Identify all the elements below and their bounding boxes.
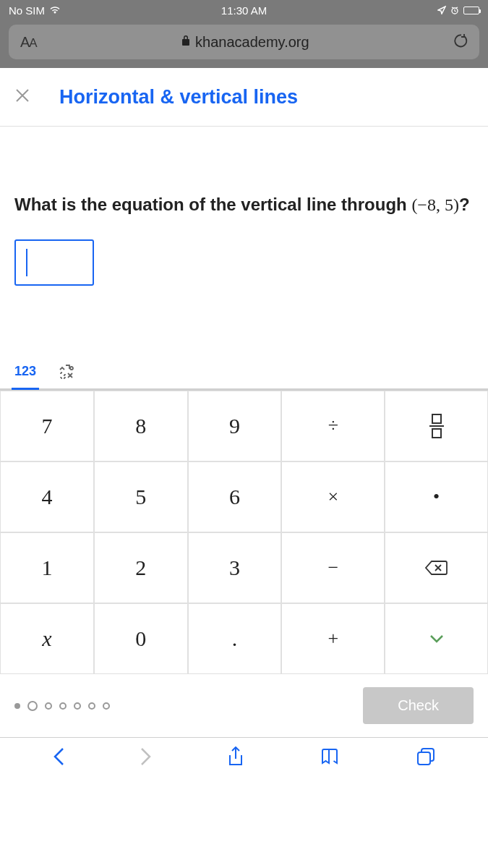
key-6[interactable]: 6	[188, 461, 282, 532]
dot	[27, 701, 38, 711]
lock-icon	[181, 35, 191, 49]
math-point: (−8, 5)	[411, 195, 459, 214]
fraction-icon	[429, 414, 444, 438]
key-decimal[interactable]: .	[188, 603, 282, 674]
backspace-icon	[424, 559, 449, 576]
status-bar: No SIM 11:30 AM	[0, 0, 488, 20]
progress-row: Check	[0, 674, 488, 737]
url-bar-container: AA khanacademy.org	[0, 20, 488, 68]
question-area: What is the equation of the vertical lin…	[0, 127, 488, 315]
question-text: What is the equation of the vertical lin…	[14, 192, 474, 218]
key-minus[interactable]: −	[281, 532, 385, 603]
key-8[interactable]: 8	[94, 391, 188, 461]
text-cursor	[26, 249, 27, 276]
reload-icon[interactable]	[453, 33, 468, 51]
dot	[103, 702, 110, 710]
tab-symbols[interactable]	[55, 358, 81, 390]
dot	[74, 702, 81, 710]
forward-button[interactable]	[140, 747, 152, 771]
key-fraction[interactable]	[385, 391, 488, 461]
url-text: khanacademy.org	[195, 34, 309, 51]
key-multiply[interactable]: ×	[281, 461, 385, 532]
keypad: 7 8 9 ÷ 4 5 6 × • 1 2 3 − x 0 . +	[0, 390, 488, 674]
share-button[interactable]	[228, 746, 244, 772]
tab-numbers[interactable]: 123	[12, 358, 39, 390]
carrier-text: No SIM	[9, 4, 45, 17]
progress-dots	[14, 701, 353, 711]
dot	[88, 702, 95, 710]
key-0[interactable]: 0	[94, 603, 188, 674]
battery-icon	[463, 7, 479, 14]
keyboard-tabs: 123	[0, 358, 488, 390]
alarm-icon	[450, 4, 459, 17]
tabs-button[interactable]	[416, 747, 435, 771]
text-size-button[interactable]: AA	[20, 34, 37, 51]
chevron-down-icon	[429, 634, 444, 643]
close-icon[interactable]	[14, 85, 30, 109]
dot-current	[14, 703, 20, 709]
key-1[interactable]: 1	[0, 532, 94, 603]
wifi-icon	[49, 4, 61, 17]
key-dot-op[interactable]: •	[385, 461, 488, 532]
key-5[interactable]: 5	[94, 461, 188, 532]
bookmarks-button[interactable]	[320, 748, 341, 770]
check-button[interactable]: Check	[363, 687, 474, 724]
dot	[59, 702, 67, 710]
key-plus[interactable]: +	[281, 603, 385, 674]
page-header: Horizontal & vertical lines	[0, 68, 488, 127]
answer-input[interactable]	[14, 239, 94, 286]
location-icon	[437, 4, 446, 17]
dot	[45, 702, 52, 710]
key-3[interactable]: 3	[188, 532, 282, 603]
key-divide[interactable]: ÷	[281, 391, 385, 461]
page-title: Horizontal & vertical lines	[59, 86, 298, 109]
clock-text: 11:30 AM	[166, 4, 322, 17]
key-x[interactable]: x	[0, 603, 94, 674]
url-bar[interactable]: AA khanacademy.org	[9, 25, 479, 59]
key-7[interactable]: 7	[0, 391, 94, 461]
back-button[interactable]	[53, 747, 64, 771]
key-4[interactable]: 4	[0, 461, 94, 532]
key-9[interactable]: 9	[188, 391, 282, 461]
svg-rect-1	[418, 752, 430, 765]
key-backspace[interactable]	[385, 532, 488, 603]
key-collapse[interactable]	[385, 603, 488, 674]
browser-toolbar	[0, 737, 488, 780]
key-2[interactable]: 2	[94, 532, 188, 603]
